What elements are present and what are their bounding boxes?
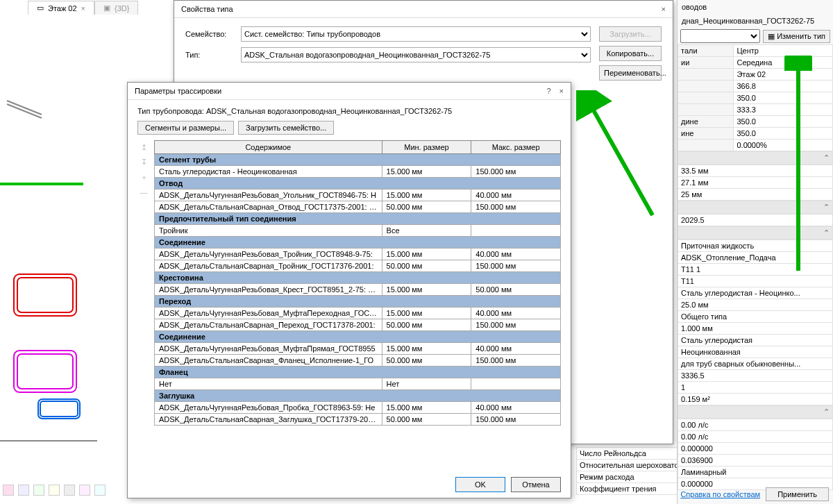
tool-icon[interactable] bbox=[33, 485, 44, 496]
table-cell[interactable]: Нет bbox=[155, 378, 382, 390]
table-cell[interactable]: 50.000 мм bbox=[382, 319, 471, 331]
prop-value[interactable]: 1.000 мм bbox=[678, 323, 833, 335]
prop-value[interactable]: 350.0 bbox=[734, 128, 833, 140]
prop-value[interactable]: 25.0 мм bbox=[678, 299, 833, 311]
table-cell[interactable]: 50.000 мм bbox=[471, 284, 561, 296]
table-cell[interactable]: ADSK_ДетальСтальнаяСварная_Тройник_ГОСТ1… bbox=[155, 260, 382, 272]
prop-value[interactable]: 0.000000 bbox=[678, 443, 833, 455]
prop-value[interactable]: Общего типа bbox=[678, 311, 833, 323]
prop-value[interactable]: Середина bbox=[734, 57, 833, 69]
table-cell[interactable]: ADSK_ДетальЧугуннаяРезьбовая_МуфтаПрямая… bbox=[155, 343, 382, 355]
prop-value[interactable]: ADSK_Отопление_Подача bbox=[678, 252, 833, 264]
properties-table[interactable]: Приточная жидкостьADSK_Отопление_ПодачаТ… bbox=[678, 240, 833, 405]
table-cell[interactable] bbox=[471, 378, 561, 390]
prop-value[interactable]: для труб сварных обыкновенны... bbox=[678, 358, 833, 370]
table-cell[interactable]: 150.000 мм bbox=[471, 260, 561, 272]
prop-value[interactable]: Центр bbox=[734, 45, 833, 57]
tool-icon[interactable] bbox=[94, 485, 106, 496]
table-cell[interactable]: 150.000 мм bbox=[471, 355, 561, 367]
prop-value[interactable]: 2029.5 bbox=[678, 215, 833, 226]
prop-value[interactable]: 25 мм bbox=[678, 189, 833, 201]
section-collapse-icon[interactable]: ⌃ bbox=[678, 152, 833, 165]
prop-value[interactable]: 0.00 л/с bbox=[678, 431, 833, 443]
prop-value[interactable]: 366.8 bbox=[734, 81, 833, 92]
tool-icon[interactable] bbox=[64, 485, 75, 496]
edit-type-button[interactable]: ▦ Изменить тип bbox=[763, 30, 830, 43]
table-cell[interactable]: 150.000 мм bbox=[471, 201, 561, 213]
table-cell[interactable]: 15.000 мм bbox=[382, 249, 471, 260]
prop-value[interactable]: 3336.5 bbox=[678, 370, 833, 382]
close-icon[interactable]: × bbox=[559, 87, 564, 95]
apply-button[interactable]: Применить bbox=[766, 487, 829, 501]
prop-value[interactable]: 0.0000% bbox=[734, 140, 833, 151]
col-content[interactable]: Содержимое bbox=[155, 141, 382, 154]
trace-table[interactable]: Содержимое Мин. размер Макс. размер Сегм… bbox=[154, 140, 561, 426]
close-icon[interactable]: × bbox=[81, 4, 85, 12]
section-collapse-icon[interactable]: ⌃ bbox=[678, 201, 833, 214]
table-cell[interactable]: 150.000 мм bbox=[471, 319, 561, 331]
col-min[interactable]: Мин. размер bbox=[382, 141, 471, 154]
prop-value[interactable]: 0.00 л/с bbox=[678, 419, 833, 431]
prop-value[interactable]: Приточная жидкость bbox=[678, 240, 833, 252]
table-cell[interactable]: ADSK_ДетальСтальнаяСварная_Переход_ГОСТ1… bbox=[155, 319, 382, 331]
table-cell[interactable]: 40.000 мм bbox=[471, 190, 561, 201]
load-button[interactable]: Загрузить... bbox=[599, 26, 662, 42]
table-cell[interactable]: ADSK_ДетальСтальнаяСварная_Заглушка_ГОСТ… bbox=[155, 414, 382, 426]
dialog-titlebar[interactable]: Параметры трассировки ? × bbox=[128, 83, 571, 100]
prop-value[interactable]: 333.3 bbox=[734, 104, 833, 116]
table-cell[interactable]: 40.000 мм bbox=[471, 249, 561, 260]
view-toolbar[interactable] bbox=[3, 485, 106, 496]
col-max[interactable]: Макс. размер bbox=[471, 141, 561, 154]
table-cell[interactable] bbox=[471, 225, 561, 237]
prop-value[interactable]: 350.0 bbox=[734, 92, 833, 104]
copy-button[interactable]: Копировать... bbox=[599, 46, 662, 61]
prop-value[interactable]: Т11 1 bbox=[678, 264, 833, 276]
prop-value[interactable]: Неоцинкованная bbox=[678, 346, 833, 358]
move-down-icon[interactable]: ↧ bbox=[141, 158, 147, 167]
prop-value[interactable]: 0.036900 bbox=[678, 455, 833, 467]
close-icon[interactable]: × bbox=[662, 5, 666, 13]
tab-floor-02[interactable]: ▭ Этаж 02 × bbox=[28, 1, 94, 15]
remove-icon[interactable]: — bbox=[140, 188, 148, 196]
prop-value[interactable]: 33.5 мм bbox=[678, 165, 833, 177]
table-cell[interactable]: 15.000 мм bbox=[382, 284, 471, 296]
family-select[interactable]: Сист. семейство: Типы трубопроводов bbox=[241, 26, 591, 42]
add-icon[interactable]: ＋ bbox=[140, 172, 148, 183]
prop-value[interactable]: 27.1 мм bbox=[678, 177, 833, 189]
table-cell[interactable]: 50.000 мм bbox=[382, 414, 471, 426]
prop-value[interactable]: 1 bbox=[678, 382, 833, 394]
table-cell[interactable]: 150.000 мм bbox=[471, 166, 561, 178]
tab-3d[interactable]: ▣ {3D} bbox=[94, 1, 138, 15]
properties-table[interactable]: 0.00 л/с0.00 л/с0.0000000.036900Ламинарн… bbox=[678, 419, 833, 490]
tool-icon[interactable] bbox=[79, 485, 90, 496]
prop-value[interactable]: Т11 bbox=[678, 276, 833, 287]
properties-table[interactable]: 2029.5 bbox=[678, 214, 833, 226]
tool-icon[interactable] bbox=[3, 485, 14, 496]
instance-select[interactable] bbox=[680, 29, 760, 43]
dialog-titlebar[interactable]: Свойства типа × bbox=[174, 1, 673, 18]
move-up-icon[interactable]: ↥ bbox=[141, 143, 147, 152]
prop-value[interactable]: 350.0 bbox=[734, 116, 833, 128]
table-cell[interactable]: 40.000 мм bbox=[471, 308, 561, 319]
segments-sizes-button[interactable]: Сегменты и размеры... bbox=[137, 121, 234, 135]
properties-table[interactable]: 33.5 мм27.1 мм25 мм bbox=[678, 165, 833, 201]
table-cell[interactable]: 50.000 мм bbox=[382, 260, 471, 272]
table-cell[interactable]: 50.000 мм bbox=[382, 201, 471, 213]
table-cell[interactable]: ADSK_ДетальЧугуннаяРезьбовая_Тройник_ГОС… bbox=[155, 249, 382, 260]
table-cell[interactable]: ADSK_ДетальСтальнаяСварная_Фланец_Исполн… bbox=[155, 355, 382, 367]
properties-table[interactable]: талиЦентрииСерединаЭтаж 02366.8350.0333.… bbox=[678, 44, 833, 151]
table-cell[interactable]: Нет bbox=[382, 378, 471, 390]
prop-value[interactable]: Сталь углеродистая - Неоцинко... bbox=[678, 287, 833, 299]
properties-help-link[interactable]: Справка по свойствам bbox=[680, 490, 760, 498]
tool-icon[interactable] bbox=[18, 485, 29, 496]
load-family-button[interactable]: Загрузить семейство... bbox=[238, 121, 334, 135]
table-cell[interactable]: ADSK_ДетальЧугуннаяРезьбовая_Пробка_ГОСТ… bbox=[155, 402, 382, 414]
table-cell[interactable]: Тройник bbox=[155, 225, 382, 237]
table-cell[interactable]: 50.000 мм bbox=[382, 355, 471, 367]
type-select[interactable]: ADSK_Стальная водогазопроводная_Неоцинко… bbox=[241, 47, 591, 62]
table-cell[interactable]: ADSK_ДетальЧугуннаяРезьбовая_МуфтаПерехо… bbox=[155, 308, 382, 319]
tool-icon[interactable] bbox=[49, 485, 60, 496]
prop-value[interactable]: 0.159 м² bbox=[678, 394, 833, 405]
help-icon[interactable]: ? bbox=[546, 87, 550, 95]
section-collapse-icon[interactable]: ⌃ bbox=[678, 227, 833, 240]
